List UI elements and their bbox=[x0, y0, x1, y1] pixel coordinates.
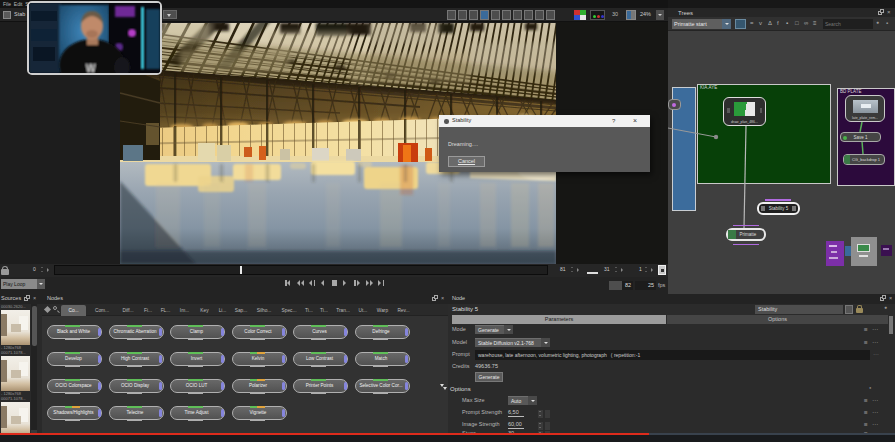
svg-text:W: W bbox=[86, 63, 96, 73]
